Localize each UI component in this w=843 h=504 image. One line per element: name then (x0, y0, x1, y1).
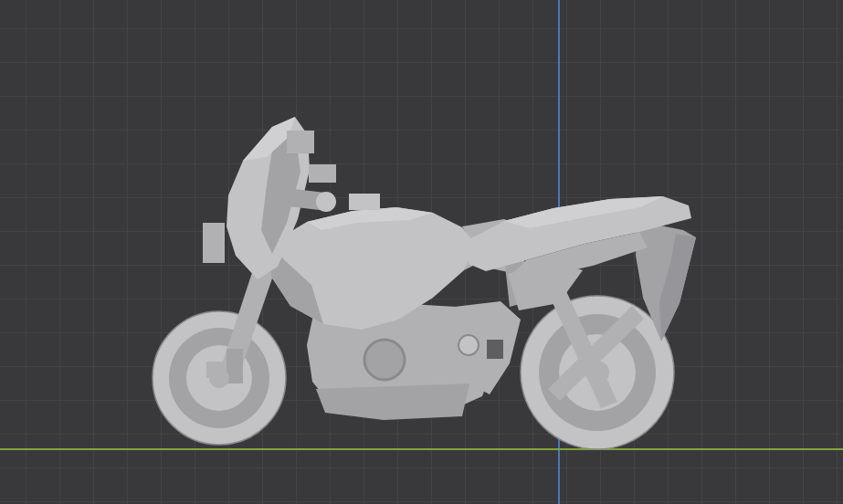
3d-viewport[interactable] (0, 0, 843, 504)
motorcycle-model[interactable] (0, 0, 843, 504)
dark-square-detail (487, 340, 503, 359)
tank-top-block (349, 194, 380, 210)
engine-circle-detail (364, 340, 405, 380)
windshield-top-block (287, 131, 314, 153)
fairing-side-block (203, 223, 225, 263)
handlebar-end-cap (316, 192, 336, 212)
mirror-block (309, 164, 336, 183)
footpeg-circle-detail (458, 335, 479, 355)
